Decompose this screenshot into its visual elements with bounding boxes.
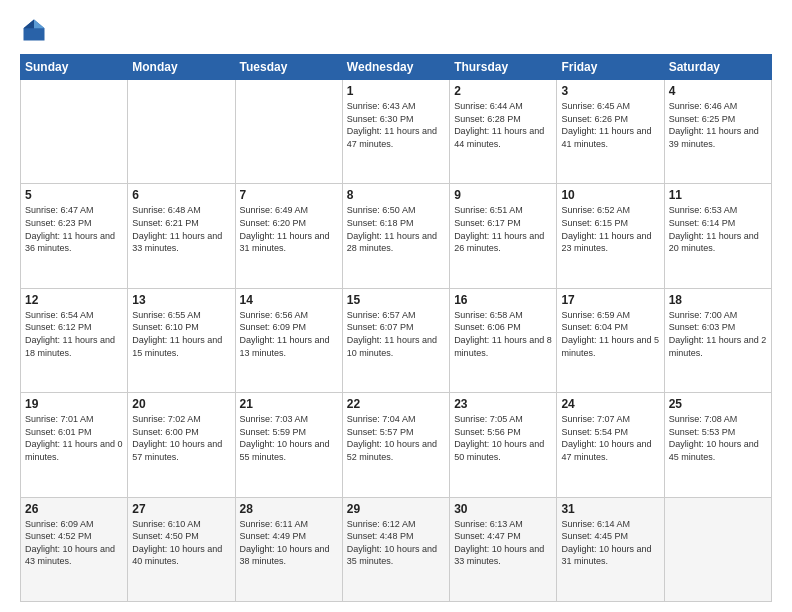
calendar-cell: 25Sunrise: 7:08 AMSunset: 5:53 PMDayligh… xyxy=(664,393,771,497)
calendar-cell xyxy=(21,80,128,184)
day-info: Sunrise: 6:44 AMSunset: 6:28 PMDaylight:… xyxy=(454,100,552,150)
calendar-cell: 6Sunrise: 6:48 AMSunset: 6:21 PMDaylight… xyxy=(128,184,235,288)
calendar-cell: 29Sunrise: 6:12 AMSunset: 4:48 PMDayligh… xyxy=(342,497,449,601)
day-number: 11 xyxy=(669,188,767,202)
day-number: 19 xyxy=(25,397,123,411)
day-info: Sunrise: 6:58 AMSunset: 6:06 PMDaylight:… xyxy=(454,309,552,359)
calendar-cell: 1Sunrise: 6:43 AMSunset: 6:30 PMDaylight… xyxy=(342,80,449,184)
day-number: 2 xyxy=(454,84,552,98)
day-number: 16 xyxy=(454,293,552,307)
day-number: 6 xyxy=(132,188,230,202)
day-number: 7 xyxy=(240,188,338,202)
day-info: Sunrise: 7:08 AMSunset: 5:53 PMDaylight:… xyxy=(669,413,767,463)
calendar-cell: 30Sunrise: 6:13 AMSunset: 4:47 PMDayligh… xyxy=(450,497,557,601)
day-info: Sunrise: 6:45 AMSunset: 6:26 PMDaylight:… xyxy=(561,100,659,150)
calendar-cell xyxy=(664,497,771,601)
day-number: 12 xyxy=(25,293,123,307)
day-info: Sunrise: 6:14 AMSunset: 4:45 PMDaylight:… xyxy=(561,518,659,568)
calendar-cell: 12Sunrise: 6:54 AMSunset: 6:12 PMDayligh… xyxy=(21,288,128,392)
calendar-cell: 16Sunrise: 6:58 AMSunset: 6:06 PMDayligh… xyxy=(450,288,557,392)
day-info: Sunrise: 7:05 AMSunset: 5:56 PMDaylight:… xyxy=(454,413,552,463)
day-info: Sunrise: 7:04 AMSunset: 5:57 PMDaylight:… xyxy=(347,413,445,463)
calendar-cell: 13Sunrise: 6:55 AMSunset: 6:10 PMDayligh… xyxy=(128,288,235,392)
day-number: 10 xyxy=(561,188,659,202)
day-number: 26 xyxy=(25,502,123,516)
day-info: Sunrise: 7:01 AMSunset: 6:01 PMDaylight:… xyxy=(25,413,123,463)
day-info: Sunrise: 6:49 AMSunset: 6:20 PMDaylight:… xyxy=(240,204,338,254)
day-number: 1 xyxy=(347,84,445,98)
day-number: 13 xyxy=(132,293,230,307)
day-info: Sunrise: 6:43 AMSunset: 6:30 PMDaylight:… xyxy=(347,100,445,150)
calendar-cell: 31Sunrise: 6:14 AMSunset: 4:45 PMDayligh… xyxy=(557,497,664,601)
day-info: Sunrise: 6:12 AMSunset: 4:48 PMDaylight:… xyxy=(347,518,445,568)
calendar-cell: 26Sunrise: 6:09 AMSunset: 4:52 PMDayligh… xyxy=(21,497,128,601)
weekday-header-wednesday: Wednesday xyxy=(342,55,449,80)
day-number: 17 xyxy=(561,293,659,307)
calendar-cell: 24Sunrise: 7:07 AMSunset: 5:54 PMDayligh… xyxy=(557,393,664,497)
calendar-cell: 3Sunrise: 6:45 AMSunset: 6:26 PMDaylight… xyxy=(557,80,664,184)
day-info: Sunrise: 6:52 AMSunset: 6:15 PMDaylight:… xyxy=(561,204,659,254)
week-row-1: 1Sunrise: 6:43 AMSunset: 6:30 PMDaylight… xyxy=(21,80,772,184)
calendar-cell: 5Sunrise: 6:47 AMSunset: 6:23 PMDaylight… xyxy=(21,184,128,288)
calendar-cell: 22Sunrise: 7:04 AMSunset: 5:57 PMDayligh… xyxy=(342,393,449,497)
weekday-header-monday: Monday xyxy=(128,55,235,80)
day-info: Sunrise: 6:11 AMSunset: 4:49 PMDaylight:… xyxy=(240,518,338,568)
calendar-cell: 20Sunrise: 7:02 AMSunset: 6:00 PMDayligh… xyxy=(128,393,235,497)
day-number: 27 xyxy=(132,502,230,516)
day-info: Sunrise: 7:07 AMSunset: 5:54 PMDaylight:… xyxy=(561,413,659,463)
calendar-cell: 7Sunrise: 6:49 AMSunset: 6:20 PMDaylight… xyxy=(235,184,342,288)
day-number: 31 xyxy=(561,502,659,516)
day-number: 28 xyxy=(240,502,338,516)
logo-area xyxy=(20,16,52,44)
weekday-header-thursday: Thursday xyxy=(450,55,557,80)
calendar-cell xyxy=(128,80,235,184)
calendar-cell: 2Sunrise: 6:44 AMSunset: 6:28 PMDaylight… xyxy=(450,80,557,184)
calendar-cell: 11Sunrise: 6:53 AMSunset: 6:14 PMDayligh… xyxy=(664,184,771,288)
week-row-4: 19Sunrise: 7:01 AMSunset: 6:01 PMDayligh… xyxy=(21,393,772,497)
day-number: 8 xyxy=(347,188,445,202)
week-row-3: 12Sunrise: 6:54 AMSunset: 6:12 PMDayligh… xyxy=(21,288,772,392)
weekday-header-tuesday: Tuesday xyxy=(235,55,342,80)
calendar-cell: 18Sunrise: 7:00 AMSunset: 6:03 PMDayligh… xyxy=(664,288,771,392)
weekday-header-row: SundayMondayTuesdayWednesdayThursdayFrid… xyxy=(21,55,772,80)
calendar-cell: 23Sunrise: 7:05 AMSunset: 5:56 PMDayligh… xyxy=(450,393,557,497)
calendar-cell xyxy=(235,80,342,184)
page: SundayMondayTuesdayWednesdayThursdayFrid… xyxy=(0,0,792,612)
day-number: 21 xyxy=(240,397,338,411)
day-info: Sunrise: 6:50 AMSunset: 6:18 PMDaylight:… xyxy=(347,204,445,254)
day-number: 15 xyxy=(347,293,445,307)
week-row-5: 26Sunrise: 6:09 AMSunset: 4:52 PMDayligh… xyxy=(21,497,772,601)
day-info: Sunrise: 6:13 AMSunset: 4:47 PMDaylight:… xyxy=(454,518,552,568)
calendar-cell: 19Sunrise: 7:01 AMSunset: 6:01 PMDayligh… xyxy=(21,393,128,497)
day-info: Sunrise: 6:09 AMSunset: 4:52 PMDaylight:… xyxy=(25,518,123,568)
day-info: Sunrise: 6:10 AMSunset: 4:50 PMDaylight:… xyxy=(132,518,230,568)
day-number: 25 xyxy=(669,397,767,411)
day-info: Sunrise: 7:00 AMSunset: 6:03 PMDaylight:… xyxy=(669,309,767,359)
day-info: Sunrise: 6:56 AMSunset: 6:09 PMDaylight:… xyxy=(240,309,338,359)
calendar-cell: 4Sunrise: 6:46 AMSunset: 6:25 PMDaylight… xyxy=(664,80,771,184)
day-number: 30 xyxy=(454,502,552,516)
day-number: 18 xyxy=(669,293,767,307)
day-info: Sunrise: 6:48 AMSunset: 6:21 PMDaylight:… xyxy=(132,204,230,254)
day-number: 14 xyxy=(240,293,338,307)
day-number: 20 xyxy=(132,397,230,411)
day-info: Sunrise: 6:59 AMSunset: 6:04 PMDaylight:… xyxy=(561,309,659,359)
day-info: Sunrise: 6:47 AMSunset: 6:23 PMDaylight:… xyxy=(25,204,123,254)
calendar-cell: 27Sunrise: 6:10 AMSunset: 4:50 PMDayligh… xyxy=(128,497,235,601)
day-info: Sunrise: 6:55 AMSunset: 6:10 PMDaylight:… xyxy=(132,309,230,359)
calendar-cell: 28Sunrise: 6:11 AMSunset: 4:49 PMDayligh… xyxy=(235,497,342,601)
calendar-cell: 21Sunrise: 7:03 AMSunset: 5:59 PMDayligh… xyxy=(235,393,342,497)
calendar-cell: 15Sunrise: 6:57 AMSunset: 6:07 PMDayligh… xyxy=(342,288,449,392)
weekday-header-saturday: Saturday xyxy=(664,55,771,80)
weekday-header-friday: Friday xyxy=(557,55,664,80)
day-info: Sunrise: 7:03 AMSunset: 5:59 PMDaylight:… xyxy=(240,413,338,463)
week-row-2: 5Sunrise: 6:47 AMSunset: 6:23 PMDaylight… xyxy=(21,184,772,288)
day-number: 4 xyxy=(669,84,767,98)
svg-marker-2 xyxy=(24,20,35,29)
calendar-cell: 14Sunrise: 6:56 AMSunset: 6:09 PMDayligh… xyxy=(235,288,342,392)
day-number: 23 xyxy=(454,397,552,411)
day-info: Sunrise: 7:02 AMSunset: 6:00 PMDaylight:… xyxy=(132,413,230,463)
header xyxy=(20,16,772,44)
day-number: 29 xyxy=(347,502,445,516)
day-info: Sunrise: 6:54 AMSunset: 6:12 PMDaylight:… xyxy=(25,309,123,359)
